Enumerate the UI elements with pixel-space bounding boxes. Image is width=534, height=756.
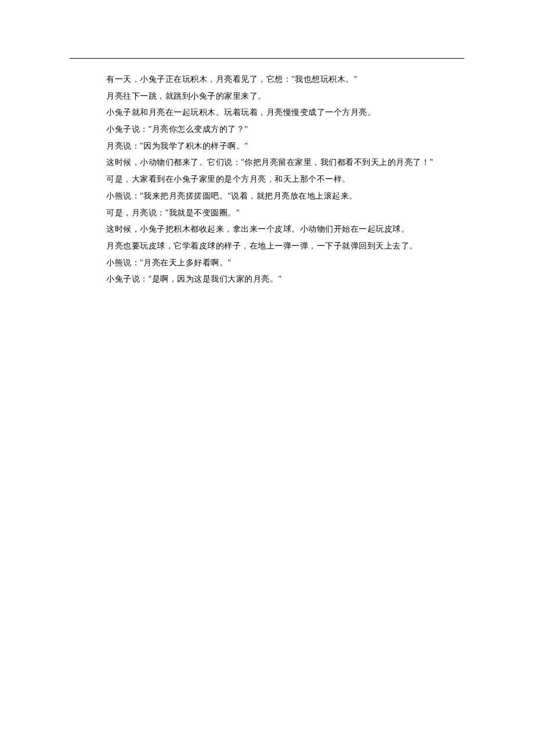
story-line: 月亮往下一跳，就跳到小兔子的家里来了。: [90, 88, 464, 105]
story-line: 有一天，小兔子正在玩积木，月亮看见了，它想："我也想玩积木。": [90, 71, 464, 88]
story-line: 小兔子就和月亮在一起玩积木。玩着玩着，月亮慢慢变成了一个方月亮。: [90, 105, 464, 121]
story-line: 月亮说："因为我学了积木的样子啊。": [90, 138, 464, 155]
story-line: 这时候，小动物们都来了。它们说："你把月亮留在家里，我们都看不到天上的月亮了！": [90, 154, 464, 171]
story-line: 可是，大家看到在小兔子家里的是个方月亮，和天上那个不一样。: [90, 171, 464, 188]
story-line: 月亮也要玩皮球，它学着皮球的样子，在地上一弹一弹，一下子就弹回到天上去了。: [90, 238, 464, 255]
story-content: 有一天，小兔子正在玩积木，月亮看见了，它想："我也想玩积木。" 月亮往下一跳，就…: [70, 71, 464, 288]
story-line: 小熊说："我来把月亮搓搓圆吧。"说着，就把月亮放在地上滚起来。: [90, 188, 464, 205]
story-line: 小兔子说："月亮你怎么变成方的了？": [90, 121, 464, 138]
story-line: 小熊说："月亮在天上多好看啊。": [90, 255, 464, 272]
story-line: 这时候，小兔子把积木都收起来，拿出来一个皮球。小动物们开始在一起玩皮球。: [90, 221, 464, 238]
story-line: 小兔子说："是啊，因为这是我们大家的月亮。": [90, 271, 464, 288]
page-container: 有一天，小兔子正在玩积木，月亮看见了，它想："我也想玩积木。" 月亮往下一跳，就…: [0, 0, 534, 288]
story-line: 可是，月亮说："我就是不变圆圈。": [90, 205, 464, 222]
divider-line: [70, 58, 464, 59]
